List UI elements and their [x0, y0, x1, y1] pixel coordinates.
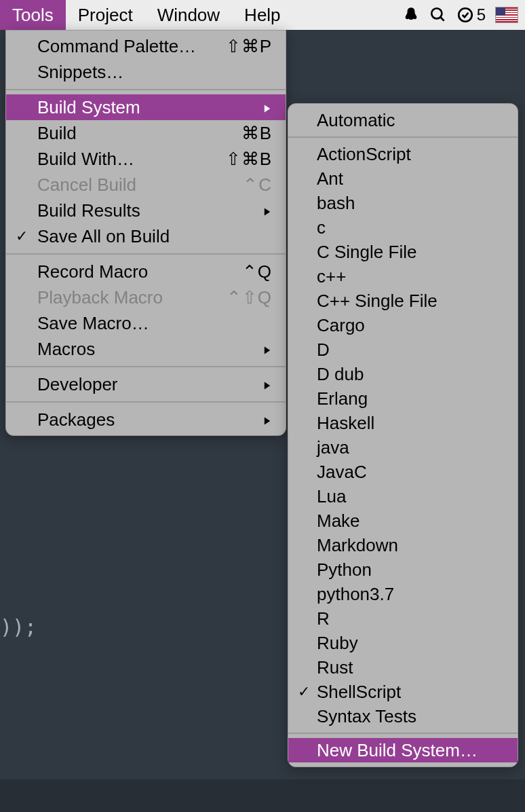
- menu-item-label: Python: [317, 559, 372, 580]
- check-icon: ✓: [16, 227, 28, 245]
- penguin-icon[interactable]: [402, 6, 420, 24]
- menu-item-shortcut: ⌃C: [243, 174, 272, 196]
- search-icon[interactable]: [429, 6, 447, 24]
- menu-item-label: Haskell: [317, 413, 374, 434]
- menu-item-label: Save Macro…: [37, 313, 273, 334]
- menu-item-label: java: [317, 437, 349, 458]
- menu-item-shortcut: ⇧⌘B: [226, 149, 272, 170]
- submenu-arrow-icon: [262, 339, 272, 360]
- menu-item-label: JavaC: [317, 462, 367, 483]
- menu-item-label: Save All on Build: [37, 226, 273, 247]
- menu-playback-macro: Playback Macro ⌃⇧Q: [6, 284, 286, 310]
- menu-cancel-build: Cancel Build ⌃C: [6, 172, 286, 198]
- menu-build[interactable]: Build ⌘B: [6, 120, 286, 146]
- build-sys-automatic[interactable]: Automatic: [288, 108, 518, 132]
- build-sys-new-build-system[interactable]: New Build System…: [288, 738, 518, 762]
- build-sys-bash[interactable]: bash: [288, 191, 518, 215]
- build-sys-java[interactable]: java: [288, 435, 518, 460]
- menu-separator: [6, 89, 286, 90]
- flag-icon[interactable]: [495, 7, 518, 23]
- menu-item-label: Automatic: [317, 110, 395, 131]
- build-sys-c-single-file[interactable]: C Single File: [288, 240, 518, 264]
- menu-item-label: Packages: [37, 409, 262, 430]
- menu-item-shortcut: ⌃Q: [242, 261, 272, 282]
- build-sys-c[interactable]: c: [288, 215, 518, 240]
- build-sys-python[interactable]: Python: [288, 557, 518, 582]
- build-sys-javac[interactable]: JavaC: [288, 460, 518, 484]
- menu-build-with[interactable]: Build With… ⇧⌘B: [6, 146, 286, 172]
- menu-item-label: Snippets…: [37, 62, 273, 83]
- menu-window-label: Window: [157, 5, 220, 26]
- menu-item-label: Build With…: [37, 149, 226, 170]
- build-sys-d-dub[interactable]: D dub: [288, 362, 518, 386]
- tools-dropdown: Command Palette… ⇧⌘P Snippets… Build Sys…: [5, 30, 286, 436]
- menu-command-palette[interactable]: Command Palette… ⇧⌘P: [6, 33, 286, 59]
- menu-build-results[interactable]: Build Results: [6, 198, 286, 223]
- menu-item-label: bash: [317, 193, 355, 214]
- menu-item-label: Ant: [317, 168, 343, 189]
- build-sys-lua[interactable]: Lua: [288, 484, 518, 509]
- menu-tools[interactable]: Tools: [0, 0, 66, 30]
- menubar: Tools Project Window Help 5: [0, 0, 525, 30]
- menu-project[interactable]: Project: [66, 0, 145, 30]
- build-sys-rust[interactable]: Rust: [288, 655, 518, 680]
- menu-item-label: C Single File: [317, 242, 416, 263]
- menu-item-label: Make: [317, 511, 360, 532]
- menu-developer[interactable]: Developer: [6, 371, 286, 397]
- menubar-right: 5: [402, 0, 518, 30]
- build-sys-syntax-tests[interactable]: Syntax Tests: [288, 704, 518, 728]
- menu-item-shortcut: ⌃⇧Q: [227, 287, 272, 308]
- menu-item-label: Rust: [317, 657, 353, 678]
- menu-item-label: Command Palette…: [37, 36, 226, 57]
- submenu-arrow-icon: [262, 97, 272, 118]
- menu-project-label: Project: [78, 5, 133, 26]
- menu-item-label: C++ Single File: [317, 291, 438, 312]
- build-sys-r[interactable]: R: [288, 606, 518, 631]
- notification-badge[interactable]: 5: [456, 5, 486, 24]
- menu-record-macro[interactable]: Record Macro ⌃Q: [6, 259, 286, 284]
- menu-window[interactable]: Window: [145, 0, 232, 30]
- build-sys-shellscript[interactable]: ✓ ShellScript: [288, 680, 518, 704]
- menu-save-all-on-build[interactable]: ✓ Save All on Build: [6, 223, 286, 249]
- build-system-submenu: Automatic ActionScript Ant bash c C Sing…: [288, 103, 518, 767]
- build-sys-markdown[interactable]: Markdown: [288, 533, 518, 557]
- menu-item-label: Syntax Tests: [317, 706, 416, 727]
- menu-item-label: Build: [37, 123, 241, 144]
- build-sys-d[interactable]: D: [288, 337, 518, 362]
- menu-separator: [288, 136, 518, 138]
- build-sys-haskell[interactable]: Haskell: [288, 411, 518, 435]
- menu-build-system[interactable]: Build System: [6, 94, 286, 120]
- build-sys-python37[interactable]: python3.7: [288, 582, 518, 606]
- submenu-arrow-icon: [262, 409, 272, 430]
- build-sys-actionscript[interactable]: ActionScript: [288, 142, 518, 166]
- menu-item-shortcut: ⌘B: [241, 123, 272, 144]
- check-icon: ✓: [298, 683, 310, 701]
- menu-item-label: Build Results: [37, 200, 262, 221]
- menu-item-label: ActionScript: [317, 144, 411, 165]
- svg-line-1: [440, 17, 444, 20]
- build-sys-ruby[interactable]: Ruby: [288, 631, 518, 655]
- menu-packages[interactable]: Packages: [6, 407, 286, 432]
- menu-item-shortcut: ⇧⌘P: [226, 36, 272, 57]
- submenu-arrow-icon: [262, 200, 272, 221]
- menu-help[interactable]: Help: [232, 0, 292, 30]
- menu-save-macro[interactable]: Save Macro…: [6, 310, 286, 336]
- menu-item-label: D dub: [317, 364, 364, 385]
- menu-item-label: Developer: [37, 374, 262, 395]
- menu-tools-label: Tools: [12, 5, 54, 26]
- build-sys-make[interactable]: Make: [288, 509, 518, 533]
- menu-snippets[interactable]: Snippets…: [6, 59, 286, 85]
- menu-item-label: New Build System…: [317, 740, 478, 761]
- build-sys-cpp-single-file[interactable]: C++ Single File: [288, 289, 518, 313]
- build-sys-ant[interactable]: Ant: [288, 166, 518, 191]
- code-text: ));: [0, 615, 37, 639]
- menu-macros[interactable]: Macros: [6, 336, 286, 362]
- menu-item-label: c: [317, 217, 326, 238]
- menu-item-label: Cargo: [317, 315, 365, 336]
- build-sys-cpp[interactable]: c++: [288, 264, 518, 289]
- menu-item-label: Erlang: [317, 388, 368, 409]
- build-sys-erlang[interactable]: Erlang: [288, 386, 518, 411]
- menu-separator: [288, 733, 518, 734]
- menu-item-label: c++: [317, 266, 346, 287]
- build-sys-cargo[interactable]: Cargo: [288, 313, 518, 337]
